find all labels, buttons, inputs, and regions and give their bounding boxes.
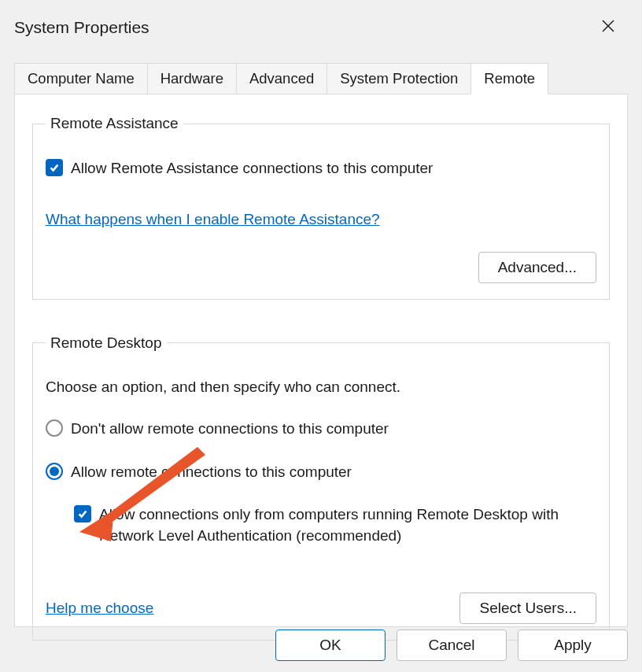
tab-hardware[interactable]: Hardware [147, 63, 237, 94]
tab-computer-name[interactable]: Computer Name [14, 63, 148, 94]
remote-assistance-advanced-button[interactable]: Advanced... [478, 252, 596, 283]
deny-remote-label: Don't allow remote connections to this c… [71, 418, 389, 440]
tab-advanced[interactable]: Advanced [236, 63, 327, 94]
nla-checkbox[interactable] [74, 505, 91, 522]
remote-assistance-group: Remote Assistance Allow Remote Assistanc… [32, 115, 610, 300]
tab-system-protection[interactable]: System Protection [327, 63, 471, 94]
close-button[interactable] [593, 14, 623, 41]
tab-strip: Computer Name Hardware Advanced System P… [14, 63, 628, 94]
allow-remote-radio[interactable] [46, 463, 63, 480]
ok-button[interactable]: OK [275, 630, 386, 661]
checkmark-icon [49, 162, 60, 173]
remote-desktop-legend: Remote Desktop [46, 334, 167, 352]
checkmark-icon [77, 508, 88, 519]
allow-remote-assistance-checkbox[interactable] [46, 159, 63, 176]
remote-desktop-group: Remote Desktop Choose an option, and the… [32, 334, 610, 641]
help-me-choose-link[interactable]: Help me choose [46, 600, 153, 617]
remote-assistance-legend: Remote Assistance [46, 115, 183, 132]
remote-desktop-instruction: Choose an option, and then specify who c… [46, 378, 596, 396]
deny-remote-radio[interactable] [46, 419, 63, 437]
window-title: System Properties [14, 18, 149, 37]
remote-assistance-help-link[interactable]: What happens when I enable Remote Assist… [46, 211, 380, 228]
tab-panel-remote: Remote Assistance Allow Remote Assistanc… [14, 94, 628, 627]
cancel-button[interactable]: Cancel [397, 630, 507, 661]
allow-remote-assistance-label: Allow Remote Assistance connections to t… [71, 157, 433, 179]
nla-label: Allow connections only from computers ru… [99, 504, 596, 547]
close-icon [601, 19, 615, 33]
allow-remote-label: Allow remote connections to this compute… [71, 461, 352, 483]
apply-button[interactable]: Apply [518, 630, 628, 661]
select-users-button[interactable]: Select Users... [459, 593, 596, 624]
tab-remote[interactable]: Remote [470, 63, 548, 94]
